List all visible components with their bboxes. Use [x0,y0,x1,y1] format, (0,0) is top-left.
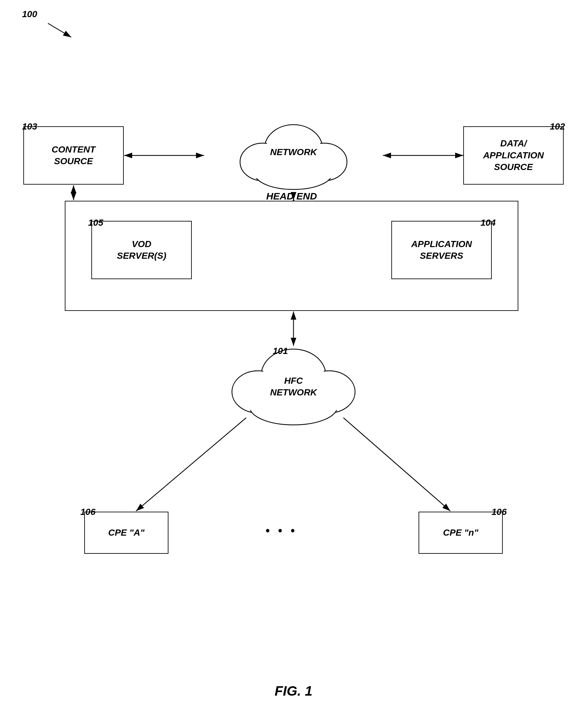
ref-104: 104 [480,218,496,228]
cpe-a-box: CPE "A" [84,512,168,554]
vod-server-label: VODSERVER(S) [117,238,166,262]
svg-line-4 [48,23,71,37]
ref-103: 103 [22,121,37,132]
hfc-label-text: HFCNETWORK [270,375,317,397]
svg-line-11 [344,418,450,511]
content-source-label: CONTENTSOURCE [51,144,95,167]
ref-106-left: 106 [80,507,96,517]
figure-label: FIG. 1 [275,683,313,699]
cpe-n-box: CPE "n" [419,512,503,554]
ref-100-label: 100 [22,9,37,19]
head-end-box: HEAD END VODSERVER(S) 105 APPLICATIONSER… [65,201,518,311]
content-source-box: CONTENTSOURCE [23,126,124,185]
ref-106-right: 106 [491,507,507,517]
app-servers-box: APPLICATIONSERVERS [391,221,492,279]
ref-101: 101 [273,346,288,356]
svg-line-10 [136,418,246,511]
app-servers-label: APPLICATIONSERVERS [411,238,472,262]
vod-server-box: VODSERVER(S) [91,221,192,279]
diagram: 100 CONTENTSOURCE 103 NETWORK DATA/APPLI… [0,0,587,728]
data-app-source-label: DATA/APPLICATIONSOURCE [483,138,544,173]
head-end-label: HEAD END [266,190,317,202]
ref-102: 102 [550,121,565,132]
data-app-source-box: DATA/APPLICATIONSOURCE [463,126,564,185]
cpe-a-label: CPE "A" [108,527,144,538]
ellipsis: • • • [266,524,297,538]
svg-point-19 [256,157,331,187]
hfc-network-label: HFCNETWORK [261,375,326,399]
ref-105: 105 [88,218,103,228]
cpe-n-label: CPE "n" [443,527,478,538]
network-label: NETWORK [262,146,325,158]
